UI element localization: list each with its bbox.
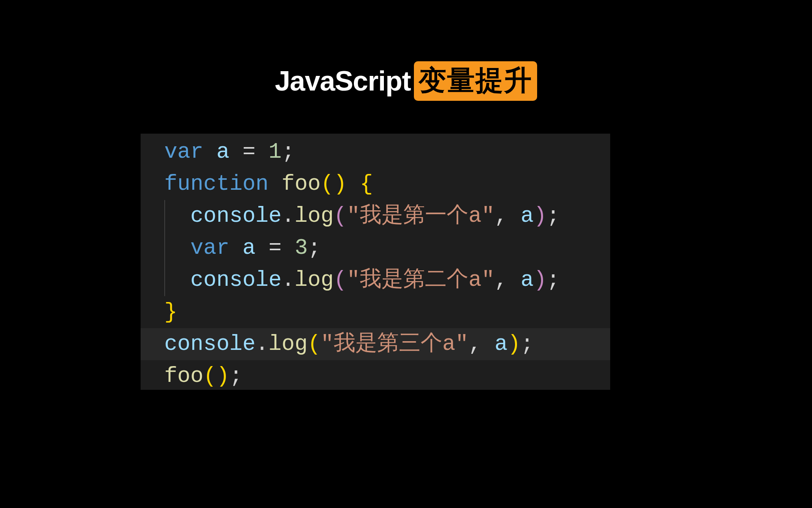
indent-guide [164,200,165,232]
code-line-4: var a = 3; [141,232,610,264]
indent-guide [164,232,165,264]
code-line-5: console.log("我是第二个a", a); [141,264,610,296]
indent-guide [164,264,165,296]
code-line-8: foo(); [141,360,610,390]
code-editor: var a = 1; function foo() { console.log(… [141,134,610,390]
title-plain: JavaScript [275,65,411,97]
code-line-1: var a = 1; [141,136,610,168]
code-line-3: console.log("我是第一个a", a); [141,200,610,232]
title-container: JavaScript 变量提升 [0,61,812,101]
code-line-7: console.log("我是第三个a", a); [141,328,610,360]
code-line-2: function foo() { [141,168,610,200]
code-line-6: } [141,296,610,328]
title-badge: 变量提升 [414,61,537,101]
